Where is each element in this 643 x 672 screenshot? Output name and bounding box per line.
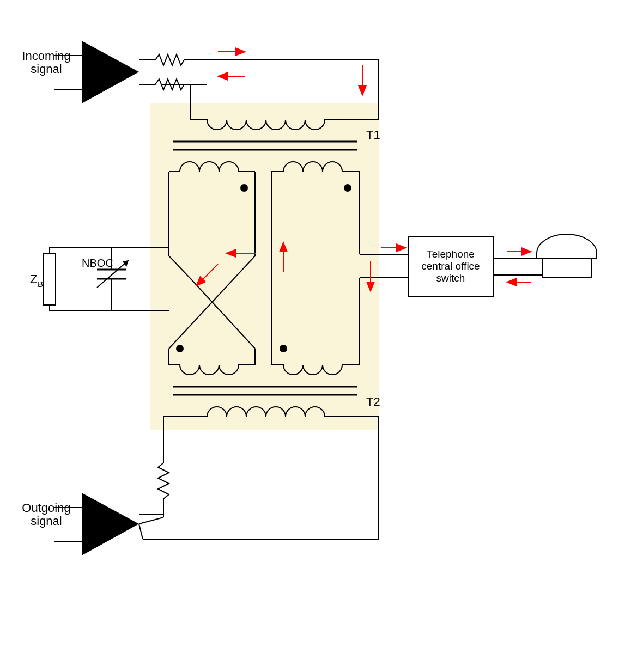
svg-marker-35: [123, 260, 129, 267]
zb-label-b: B: [38, 279, 43, 289]
highlight-box: [150, 103, 379, 430]
t1-label: T1: [366, 128, 380, 142]
phone-handset-icon: [493, 234, 597, 278]
svg-point-10: [240, 184, 248, 192]
zb-resistor-icon: [44, 253, 56, 305]
switch-label-line3: switch: [436, 272, 465, 284]
incoming-amp-icon: [82, 41, 139, 103]
outgoing-amplifier: [54, 417, 379, 555]
nboc-label: NBOC: [82, 257, 113, 269]
incoming-label-line2: signal: [31, 62, 62, 76]
svg-point-37: [176, 345, 184, 352]
outgoing-amp-icon: [82, 493, 139, 555]
zb-label-z: Z: [30, 272, 37, 286]
switch-label-line1: Telephone: [427, 248, 475, 260]
svg-point-38: [280, 345, 287, 352]
svg-line-48: [139, 517, 163, 524]
outgoing-label-line2: signal: [31, 514, 62, 528]
outgoing-label-line1: Outgoing: [22, 501, 70, 515]
t2-label: T2: [366, 395, 380, 408]
switch-label-line2: central office: [421, 260, 480, 272]
svg-line-49: [139, 524, 143, 539]
svg-point-11: [344, 184, 351, 192]
incoming-label-line1: Incoming: [22, 49, 70, 63]
hybrid-transformer-diagram: Incoming signal Outgoing signal T1 T2 Z …: [0, 0, 643, 672]
svg-rect-53: [542, 259, 591, 278]
